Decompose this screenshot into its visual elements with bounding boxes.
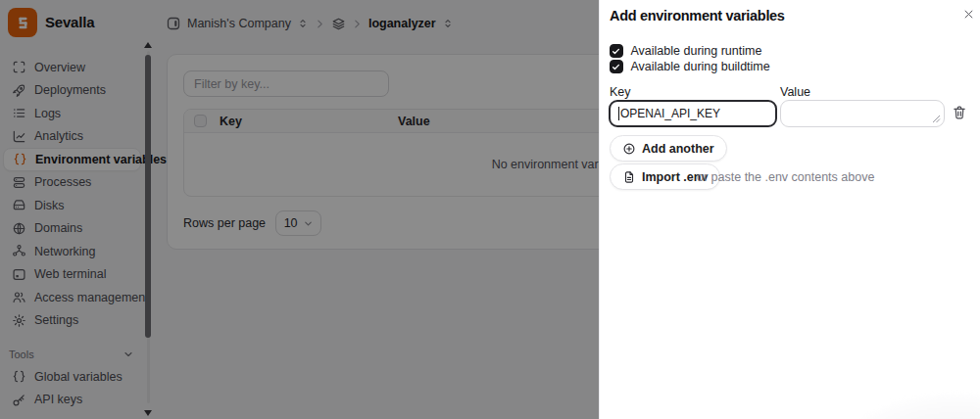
- value-input[interactable]: [780, 100, 945, 127]
- key-input[interactable]: OPENAI_API_KEY: [609, 100, 777, 127]
- buildtime-checkbox-row: Available during buildtime: [610, 60, 770, 73]
- file-icon: [622, 170, 636, 184]
- text-caret: [618, 107, 619, 120]
- drawer-title: Add environment variables: [610, 8, 785, 23]
- check-icon: [612, 47, 620, 56]
- runtime-checkbox-label: Available during runtime: [631, 44, 762, 58]
- close-button[interactable]: [958, 4, 978, 23]
- buildtime-checkbox-label: Available during buildtime: [631, 60, 770, 73]
- key-field-label: Key: [610, 85, 631, 99]
- paste-env-hint: or paste the .env contents above: [697, 163, 874, 190]
- plus-circle-icon: [622, 142, 636, 156]
- add-env-vars-drawer: Add environment variables Available duri…: [599, 0, 980, 419]
- key-input-value: OPENAI_API_KEY: [620, 107, 720, 120]
- delete-row-button[interactable]: [952, 105, 968, 121]
- check-icon: [612, 63, 620, 71]
- app-root: Sevalla Manish's Company loganalyzer: [0, 0, 980, 419]
- value-field-label: Value: [780, 85, 810, 99]
- resize-handle-icon[interactable]: [932, 115, 941, 123]
- drawer-checkbox[interactable]: [610, 60, 623, 73]
- trash-icon: [952, 105, 967, 120]
- corner-widget-shadow: [830, 394, 980, 419]
- add-another-button[interactable]: Add another: [610, 135, 727, 162]
- drawer-checkbox[interactable]: [610, 44, 623, 58]
- runtime-checkbox-row: Available during runtime: [610, 44, 761, 58]
- add-another-label: Add another: [642, 142, 714, 156]
- close-icon: [963, 9, 974, 20]
